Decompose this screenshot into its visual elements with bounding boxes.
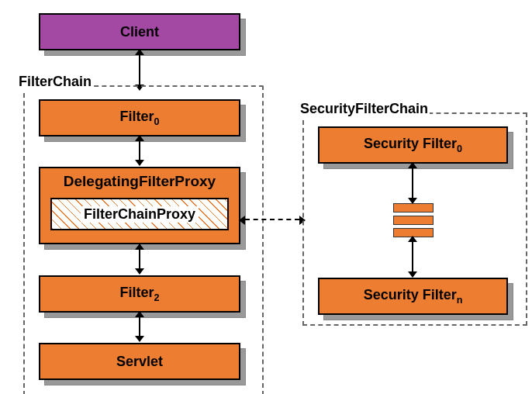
- delegating-filter-proxy-box: DelegatingFilterProxy FilterChainProxy: [39, 167, 240, 244]
- fcp-label: FilterChainProxy: [81, 206, 199, 223]
- arrow-client-filter0: [139, 55, 140, 85]
- dfp-label: DelegatingFilterProxy: [64, 173, 216, 190]
- arrow-fcp-sfc: [245, 219, 299, 220]
- arrow-filter2-servlet: [139, 317, 140, 336]
- architecture-diagram: Client FilterChain Filter0 DelegatingFil…: [8, 8, 532, 394]
- client-box: Client: [39, 13, 240, 50]
- arrow-filter0-dfp: [139, 141, 140, 160]
- servlet-box: Servlet: [39, 343, 240, 380]
- filter2-box: Filter2: [39, 275, 240, 313]
- arrow-sf0-stack: [412, 168, 413, 198]
- filter-chain-proxy-box: FilterChainProxy: [50, 198, 229, 230]
- sf0-label: Security Filter0: [364, 136, 462, 154]
- filter0-box: Filter0: [39, 99, 240, 137]
- arrow-stack-sfn: [412, 242, 413, 271]
- stack-bar: [393, 216, 434, 225]
- filter2-label: Filter2: [119, 285, 159, 303]
- client-label: Client: [120, 24, 159, 40]
- filter0-label: Filter0: [119, 109, 159, 127]
- stack-bar: [393, 203, 434, 213]
- filterchain-label: FilterChain: [17, 74, 93, 90]
- filter-stack-icon: [393, 203, 434, 237]
- security-filter0-box: Security Filter0: [318, 126, 508, 164]
- arrow-dfp-filter2: [139, 250, 140, 268]
- security-filterchain-label: SecurityFilterChain: [299, 101, 430, 117]
- security-filtern-box: Security Filtern: [318, 278, 508, 315]
- servlet-label: Servlet: [116, 354, 163, 370]
- sfn-label: Security Filtern: [364, 287, 463, 306]
